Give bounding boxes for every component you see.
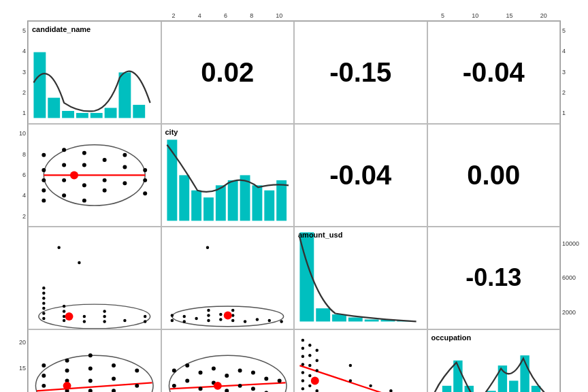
top-tick: 15 — [506, 12, 513, 19]
svg-line-94 — [37, 382, 152, 391]
svg-point-83 — [280, 320, 282, 323]
svg-point-25 — [103, 189, 107, 193]
corr-r0c1: 0.02 — [201, 57, 254, 88]
svg-point-24 — [103, 178, 107, 182]
svg-point-176 — [349, 379, 352, 382]
svg-point-164 — [308, 384, 311, 387]
svg-point-142 — [250, 387, 255, 391]
svg-point-15 — [62, 163, 66, 167]
svg-point-178 — [369, 384, 372, 387]
svg-point-97 — [42, 383, 46, 387]
svg-point-55 — [83, 320, 86, 323]
svg-point-18 — [62, 148, 66, 152]
svg-point-75 — [219, 318, 222, 321]
svg-point-77 — [231, 318, 233, 321]
hist-svg-r1c1 — [162, 125, 294, 226]
svg-point-13 — [42, 198, 46, 202]
svg-point-143 — [264, 376, 268, 380]
cell-r2c0 — [28, 227, 161, 329]
svg-rect-90 — [365, 319, 379, 321]
svg-point-119 — [135, 383, 139, 387]
svg-point-80 — [243, 320, 246, 323]
left-tick: 10 — [19, 130, 26, 137]
svg-rect-40 — [252, 185, 262, 220]
top-axis-col1: 2 4 6 8 10 — [161, 12, 294, 19]
svg-point-140 — [238, 383, 242, 387]
right-tick: 5 — [562, 27, 588, 34]
right-tick: 6000 — [562, 274, 588, 281]
svg-point-70 — [182, 314, 185, 317]
svg-point-95 — [42, 363, 46, 368]
svg-point-65 — [65, 312, 74, 321]
svg-point-10 — [42, 168, 46, 172]
svg-point-127 — [185, 363, 189, 368]
svg-point-172 — [316, 389, 318, 392]
top-axis: 2 4 6 8 10 5 10 15 20 — [27, 0, 561, 20]
right-tick: 3 — [562, 69, 588, 76]
svg-rect-190 — [509, 380, 518, 392]
svg-point-102 — [65, 368, 69, 372]
svg-rect-7 — [133, 105, 145, 118]
svg-rect-1 — [48, 98, 60, 118]
svg-point-151 — [301, 355, 304, 357]
cell-r1c2: -0.04 — [294, 124, 427, 227]
right-axis-row3 — [562, 329, 588, 392]
top-axis-col0 — [27, 12, 161, 19]
top-axis-labels: 2 4 6 8 10 5 10 15 20 — [27, 12, 561, 19]
svg-point-69 — [182, 320, 185, 323]
svg-point-175 — [349, 363, 352, 366]
corr-r2c3: -0.13 — [466, 263, 521, 292]
left-axis-row0: 5 4 3 2 1 — [22, 20, 26, 123]
hist-svg-r0c0 — [29, 22, 161, 123]
svg-point-19 — [82, 163, 86, 167]
svg-rect-35 — [191, 191, 201, 221]
corner-tr — [561, 0, 588, 20]
svg-line-123 — [169, 382, 285, 389]
top-tick: 4 — [198, 12, 201, 19]
svg-point-26 — [122, 165, 127, 169]
svg-rect-38 — [227, 180, 238, 221]
left-tick: 5 — [22, 27, 26, 34]
corr-r0c3: -0.04 — [463, 57, 525, 88]
corner-tl — [0, 0, 27, 20]
right-tick: 2 — [562, 89, 588, 96]
right-tick: 10000 — [562, 240, 588, 247]
svg-rect-0 — [33, 52, 46, 118]
svg-point-48 — [42, 297, 45, 299]
svg-point-64 — [78, 261, 80, 264]
cell-r3c0 — [28, 329, 161, 392]
svg-point-154 — [301, 379, 304, 382]
svg-point-31 — [143, 191, 147, 195]
svg-point-169 — [316, 359, 318, 361]
left-axis: 5 4 3 2 1 10 8 6 4 2 20 15 10 5 — [0, 20, 27, 392]
scatter-svg-r2c1 — [162, 227, 294, 329]
svg-point-179 — [389, 389, 392, 392]
cell-label-r3c3: occupation — [431, 333, 472, 342]
svg-point-125 — [172, 383, 176, 387]
top-axis-col3: 5 10 15 20 — [427, 12, 561, 19]
svg-rect-5 — [105, 108, 117, 118]
corr-r1c3: 0.00 — [467, 160, 520, 191]
svg-point-51 — [63, 318, 65, 321]
svg-point-155 — [301, 387, 304, 390]
cell-r0c3: -0.04 — [427, 21, 561, 124]
svg-rect-3 — [76, 113, 88, 118]
svg-point-63 — [57, 246, 60, 248]
svg-point-118 — [135, 368, 139, 372]
svg-point-22 — [82, 151, 86, 155]
cell-label-r0c0: candidate_name — [32, 25, 91, 33]
svg-point-124 — [172, 368, 176, 372]
right-axis-row2: 10000 6000 2000 — [562, 227, 588, 329]
left-tick: 2 — [22, 213, 26, 220]
svg-point-149 — [301, 338, 304, 341]
right-tick: 2000 — [562, 309, 588, 316]
svg-rect-4 — [91, 113, 103, 118]
cell-label-r2c2: amount_usd — [298, 231, 342, 239]
svg-point-160 — [308, 344, 311, 346]
left-tick: 4 — [22, 48, 26, 54]
svg-point-27 — [122, 181, 127, 185]
svg-point-73 — [207, 314, 210, 316]
svg-point-61 — [144, 320, 146, 323]
svg-point-16 — [62, 178, 66, 182]
cell-r3c1 — [161, 329, 295, 392]
